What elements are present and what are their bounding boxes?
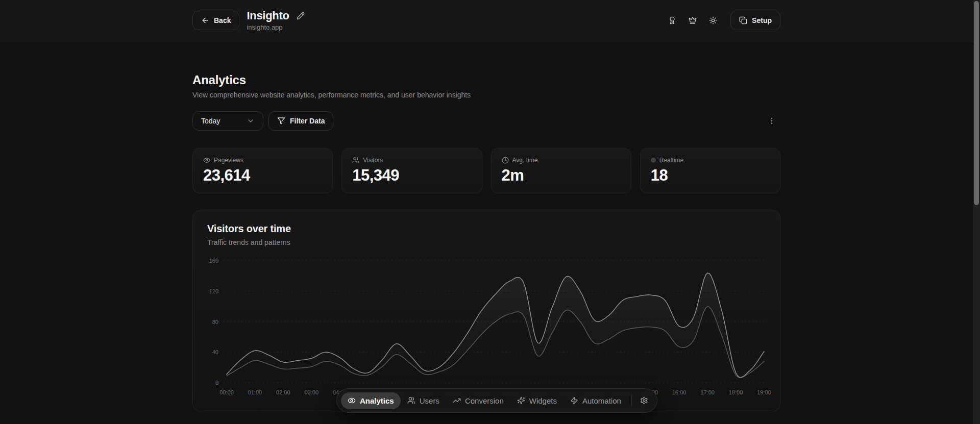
page-title: Analytics bbox=[192, 73, 780, 87]
nav-item-label: Automation bbox=[582, 396, 621, 405]
y-axis-label: 0 bbox=[215, 380, 218, 386]
sun-icon bbox=[709, 16, 717, 24]
upgrade-button[interactable] bbox=[684, 12, 701, 29]
trending-up-icon bbox=[453, 396, 461, 405]
series-band-fill bbox=[227, 273, 764, 378]
zap-icon bbox=[570, 396, 578, 405]
stat-value: 18 bbox=[651, 166, 770, 185]
setup-button[interactable]: Setup bbox=[730, 11, 780, 30]
stat-card-visitors: Visitors 15,349 bbox=[341, 148, 482, 193]
nav-item-label: Analytics bbox=[360, 396, 394, 405]
nav-item-users[interactable]: Users bbox=[401, 392, 446, 409]
stat-card-pageviews: Pageviews 23,614 bbox=[192, 148, 333, 193]
filter-data-button[interactable]: Filter Data bbox=[268, 111, 333, 131]
nav-settings-button[interactable] bbox=[635, 392, 653, 409]
achievements-button[interactable] bbox=[664, 12, 680, 29]
eye-icon bbox=[348, 396, 356, 405]
filter-data-label: Filter Data bbox=[290, 117, 325, 125]
visitors-line-chart: 0408012016000:0001:0002:0003:0004:0005:0… bbox=[193, 210, 780, 412]
bottom-nav: AnalyticsUsersConversionWidgetsAutomatio… bbox=[336, 388, 657, 413]
stat-card-realtime: Realtime 18 bbox=[640, 148, 780, 193]
app-window: Back Insighto insighto.app bbox=[0, 0, 980, 424]
back-button[interactable]: Back bbox=[192, 11, 239, 30]
date-range-value: Today bbox=[201, 117, 220, 125]
y-axis-label: 160 bbox=[209, 258, 218, 264]
nav-item-label: Conversion bbox=[465, 396, 504, 405]
back-button-label: Back bbox=[214, 16, 231, 24]
nav-item-widgets[interactable]: Widgets bbox=[510, 392, 564, 409]
more-options-button[interactable] bbox=[763, 111, 780, 131]
nav-divider bbox=[631, 395, 632, 406]
page-subtitle: View comprehensive website analytics, pe… bbox=[192, 90, 780, 101]
crown-icon bbox=[689, 16, 697, 24]
scrollbar-thumb[interactable] bbox=[974, 1, 979, 205]
eye-icon bbox=[203, 157, 210, 164]
arrow-left-icon bbox=[201, 16, 209, 24]
nav-item-label: Widgets bbox=[529, 396, 557, 405]
top-bar-inner: Back Insighto insighto.app bbox=[192, 0, 780, 41]
ellipsis-vertical-icon bbox=[768, 117, 776, 125]
x-axis-label: 02:00 bbox=[276, 389, 290, 395]
stat-label: Realtime bbox=[659, 157, 683, 164]
pencil-icon bbox=[297, 12, 305, 20]
stat-card-avg-time: Avg. time 2m bbox=[491, 148, 631, 193]
y-axis-label: 40 bbox=[212, 349, 218, 355]
y-axis-label: 120 bbox=[209, 288, 218, 294]
x-axis-label: 17:00 bbox=[700, 389, 715, 395]
visitors-chart-card: Visitors over time Traffic trends and pa… bbox=[192, 210, 780, 412]
stat-value: 2m bbox=[502, 166, 621, 185]
x-axis-label: 16:00 bbox=[672, 389, 687, 395]
stat-value: 15,349 bbox=[352, 166, 471, 185]
funnel-icon bbox=[277, 117, 285, 125]
stat-label: Visitors bbox=[363, 157, 383, 164]
x-axis-label: 00:00 bbox=[219, 389, 234, 395]
top-bar: Back Insighto insighto.app bbox=[0, 0, 973, 41]
top-bar-left: Back Insighto insighto.app bbox=[192, 10, 306, 31]
stat-label: Pageviews bbox=[214, 157, 243, 164]
users-icon bbox=[352, 157, 359, 164]
theme-toggle-button[interactable] bbox=[705, 12, 721, 29]
users-icon bbox=[407, 396, 415, 405]
top-bar-right: Setup bbox=[664, 11, 780, 30]
nav-item-analytics[interactable]: Analytics bbox=[341, 392, 401, 409]
nav-item-automation[interactable]: Automation bbox=[564, 392, 628, 409]
stat-label: Avg. time bbox=[512, 157, 538, 164]
x-axis-label: 19:00 bbox=[757, 389, 771, 395]
date-range-select[interactable]: Today bbox=[192, 111, 263, 131]
x-axis-label: 01:00 bbox=[248, 389, 262, 395]
nav-item-conversion[interactable]: Conversion bbox=[446, 392, 510, 409]
x-axis-label: 03:00 bbox=[305, 389, 319, 395]
app-title: Insighto bbox=[247, 10, 289, 22]
app-title-block: Insighto insighto.app bbox=[247, 10, 305, 31]
sparkles-icon bbox=[517, 396, 525, 405]
clock-icon bbox=[502, 157, 509, 164]
gear-icon bbox=[640, 396, 648, 405]
edit-app-name-button[interactable] bbox=[296, 11, 306, 21]
award-icon bbox=[668, 16, 676, 24]
app-domain: insighto.app bbox=[247, 23, 305, 31]
scrollbar-track[interactable] bbox=[973, 0, 980, 424]
chevron-down-icon bbox=[247, 117, 255, 125]
x-axis-label: 18:00 bbox=[729, 389, 743, 395]
setup-button-label: Setup bbox=[752, 16, 772, 24]
nav-item-label: Users bbox=[420, 396, 439, 405]
stats-row: Pageviews 23,614 Visitors 15,349 Avg. ti… bbox=[192, 148, 780, 193]
dot-icon bbox=[651, 158, 656, 163]
main-content: Analytics View comprehensive website ana… bbox=[192, 41, 780, 412]
stat-value: 23,614 bbox=[203, 166, 322, 185]
copy-icon bbox=[739, 16, 747, 24]
y-axis-label: 80 bbox=[212, 319, 218, 325]
filter-controls-row: Today Filter Data bbox=[192, 111, 780, 131]
